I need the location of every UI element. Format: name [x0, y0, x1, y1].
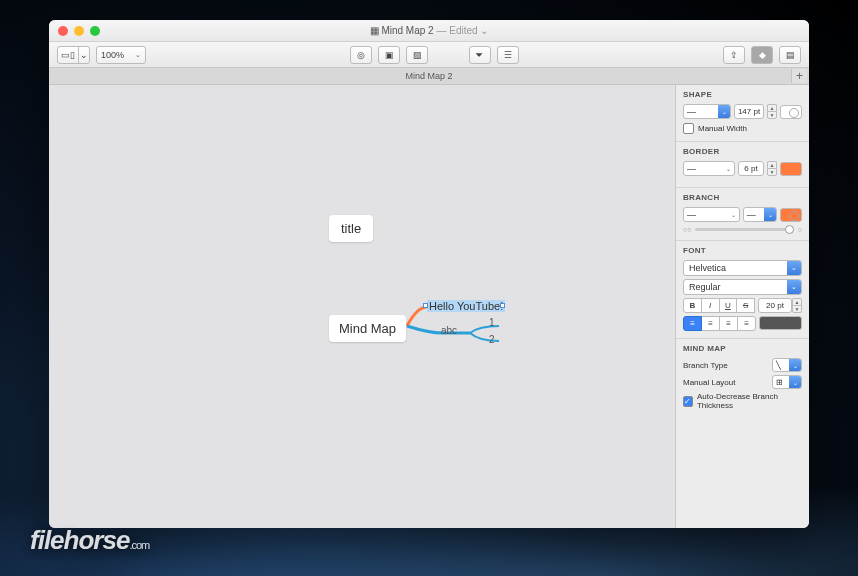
- branch-thickness-slider[interactable]: [695, 228, 793, 231]
- inspector-border: BORDER —⌄ 6 pt ▲▼: [676, 142, 809, 188]
- bold-button[interactable]: B: [683, 298, 702, 313]
- app-window: ▦ Mind Map 2 — Edited ⌄ ▭▯ ⌄ 100%⌄ ◎ ▣ ▧…: [49, 20, 809, 528]
- shape-width-input[interactable]: 147 pt: [734, 104, 764, 119]
- edited-label: — Edited: [436, 25, 477, 36]
- font-size-input[interactable]: 20 pt: [758, 298, 792, 313]
- doc-icon: ▦: [370, 25, 382, 36]
- titlebar: ▦ Mind Map 2 — Edited ⌄: [49, 20, 809, 42]
- align-left-button[interactable]: ≡: [683, 316, 702, 331]
- toolbar-layout-button[interactable]: ⏷: [469, 46, 491, 64]
- shape-color-swatch[interactable]: [780, 105, 802, 119]
- border-width-stepper[interactable]: ▲▼: [767, 161, 777, 176]
- slider-min-icon: ○○: [683, 226, 691, 233]
- border-heading: BORDER: [683, 147, 802, 156]
- tab-mindmap2[interactable]: Mind Map 2: [405, 71, 452, 81]
- sidebar-toggle-button[interactable]: ▭▯: [57, 46, 79, 64]
- toolbar: ▭▯ ⌄ 100%⌄ ◎ ▣ ▧ ⏷ ☰ ⇪ ◆ ▤: [49, 42, 809, 68]
- selection-handle[interactable]: [500, 303, 505, 308]
- document-inspector-button[interactable]: ▤: [779, 46, 801, 64]
- node-abc[interactable]: abc: [441, 325, 457, 336]
- branch-color-swatch[interactable]: [780, 208, 802, 222]
- window-title: ▦ Mind Map 2 — Edited ⌄: [49, 25, 809, 36]
- inspector-branch: BRANCH —⌄ —⌄ ○○ ○: [676, 188, 809, 241]
- toolbar-outline-button[interactable]: ☰: [497, 46, 519, 64]
- branch-heading: BRANCH: [683, 193, 802, 202]
- share-button[interactable]: ⇪: [723, 46, 745, 64]
- node-mind-map[interactable]: Mind Map: [329, 315, 406, 342]
- border-style-select[interactable]: —⌄: [683, 161, 735, 176]
- zoom-select[interactable]: 100%⌄: [96, 46, 146, 64]
- inspector-shape: SHAPE —⌄ 147 pt ▲▼ Manual Width: [676, 85, 809, 142]
- border-width-input[interactable]: 6 pt: [738, 161, 764, 176]
- font-size-stepper[interactable]: ▲▼: [792, 298, 802, 313]
- toolbar-target-button[interactable]: ◎: [350, 46, 372, 64]
- node-hello-youtube[interactable]: Hello YouTube!: [427, 300, 505, 312]
- mindmap-heading: MIND MAP: [683, 344, 802, 353]
- branch-start-select[interactable]: —⌄: [683, 207, 740, 222]
- shape-style-select[interactable]: —⌄: [683, 104, 731, 119]
- node-2[interactable]: 2: [489, 334, 495, 345]
- view-dropdown[interactable]: ⌄: [78, 46, 90, 64]
- slider-max-icon: ○: [798, 226, 802, 233]
- branch-end-select[interactable]: —⌄: [743, 207, 777, 222]
- tabbar: Mind Map 2 +: [49, 68, 809, 85]
- manual-width-checkbox[interactable]: [683, 123, 694, 134]
- align-justify-button[interactable]: ≡: [737, 316, 756, 331]
- align-right-button[interactable]: ≡: [719, 316, 738, 331]
- underline-button[interactable]: U: [719, 298, 738, 313]
- align-center-button[interactable]: ≡: [701, 316, 720, 331]
- inspector-font: FONT Helvetica⌄ Regular⌄ B I U S 20 pt ▲…: [676, 241, 809, 339]
- auto-decrease-checkbox[interactable]: ✓: [683, 396, 693, 407]
- shape-width-stepper[interactable]: ▲▼: [767, 104, 777, 119]
- branch-type-label: Branch Type: [683, 361, 728, 370]
- chevron-down-icon: ⌄: [135, 51, 141, 59]
- chevron-down-icon[interactable]: ⌄: [480, 25, 488, 36]
- traffic-lights: [49, 26, 100, 36]
- font-heading: FONT: [683, 246, 802, 255]
- inspector-panel: SHAPE —⌄ 147 pt ▲▼ Manual Width BORDER —…: [675, 85, 809, 528]
- maximize-button[interactable]: [90, 26, 100, 36]
- toolbar-collapse-button[interactable]: ▣: [378, 46, 400, 64]
- node-title[interactable]: title: [329, 215, 373, 242]
- inspector-mindmap: MIND MAP Branch Type ╲⌄ Manual Layout ⊞⌄…: [676, 339, 809, 417]
- manual-layout-label: Manual Layout: [683, 378, 735, 387]
- branch-lines: [49, 85, 675, 528]
- view-segment: ▭▯ ⌄: [57, 46, 90, 64]
- strikethrough-button[interactable]: S: [736, 298, 755, 313]
- tab-add-button[interactable]: +: [791, 69, 807, 83]
- selection-handle[interactable]: [423, 303, 428, 308]
- manual-width-label: Manual Width: [698, 124, 747, 133]
- border-color-swatch[interactable]: [780, 162, 802, 176]
- font-style-select[interactable]: Regular⌄: [683, 279, 802, 295]
- font-color-swatch[interactable]: [759, 316, 802, 330]
- auto-decrease-label: Auto-Decrease Branch Thickness: [697, 392, 802, 410]
- minimize-button[interactable]: [74, 26, 84, 36]
- inspector-toggle-button[interactable]: ◆: [751, 46, 773, 64]
- font-family-select[interactable]: Helvetica⌄: [683, 260, 802, 276]
- toolbar-image-button[interactable]: ▧: [406, 46, 428, 64]
- close-button[interactable]: [58, 26, 68, 36]
- node-1[interactable]: 1: [489, 317, 495, 328]
- italic-button[interactable]: I: [701, 298, 720, 313]
- canvas[interactable]: title Mind Map Hello YouTube! abc 1 2: [49, 85, 675, 528]
- shape-heading: SHAPE: [683, 90, 802, 99]
- manual-layout-select[interactable]: ⊞⌄: [772, 375, 802, 389]
- watermark: filehorse.com: [30, 525, 149, 556]
- branch-type-select[interactable]: ╲⌄: [772, 358, 802, 372]
- content-area: title Mind Map Hello YouTube! abc 1 2 SH…: [49, 85, 809, 528]
